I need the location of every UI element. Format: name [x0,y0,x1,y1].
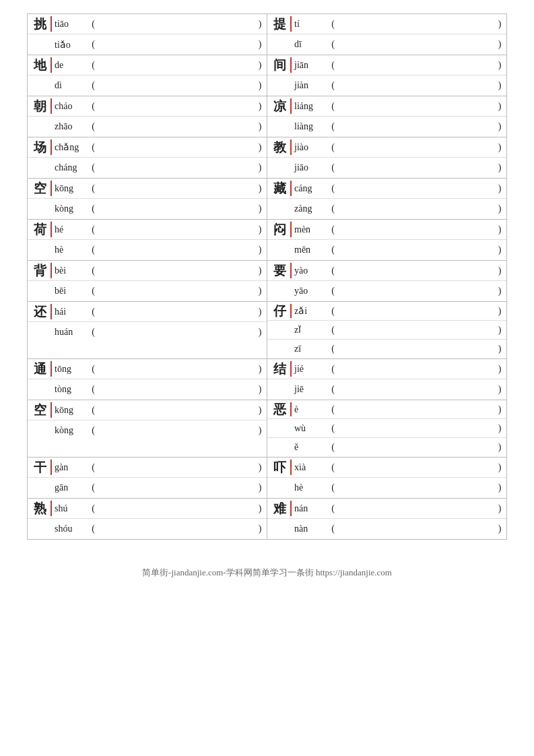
pinyin-text: jiān [292,55,328,75]
entry-row: tòng() [28,379,267,400]
entry-row: zhāo() [28,117,267,137]
close-paren: ) [253,240,267,260]
chinese-character: 通 [28,359,52,379]
open-paren: ( [88,519,98,539]
blank-space [338,158,493,178]
blank-space [98,400,253,420]
blank-space [98,55,253,75]
close-paren: ) [493,14,506,34]
entry-row: kòng() [28,420,267,441]
pinyin-text: jiē [292,379,328,400]
close-paren: ) [253,519,267,539]
close-paren: ) [253,179,267,198]
close-paren: ) [253,400,267,420]
chinese-character: 藏 [267,179,292,198]
entry-row: liàng() [267,117,506,137]
blank-space [338,359,493,379]
close-paren: ) [253,281,267,301]
blank-space [98,117,253,137]
character-entry-凉: 凉liáng()liàng() [267,96,507,137]
entry-row: 空kōng() [28,400,267,420]
close-paren: ) [493,458,506,477]
close-paren: ) [493,321,506,339]
blank-space [338,117,493,137]
character-entry-结: 结jié()jiē() [267,359,507,400]
blank-space [338,478,493,498]
entry-row: 荷hé() [28,220,267,240]
character-entry-荷: 荷hé()hè() [28,220,267,261]
pinyin-text: yāo [292,281,328,301]
open-paren: ( [88,322,98,342]
blank-space [338,519,493,539]
blank-space [338,199,493,219]
chinese-character: 挑 [28,14,52,34]
open-paren: ( [88,96,98,116]
chinese-character: 荷 [28,220,52,239]
blank-space [98,179,253,198]
open-paren: ( [88,499,98,518]
open-paren: ( [328,458,338,477]
close-paren: ) [493,75,506,96]
entry-row: 吓xià() [267,458,506,478]
blank-space [338,438,493,457]
blank-space [338,220,493,239]
close-paren: ) [493,302,506,320]
pinyin-text: mèn [292,220,328,239]
blank-space [98,75,253,96]
open-paren: ( [328,34,338,55]
entry-row: 挑tiāo() [28,14,267,34]
open-paren: ( [88,420,98,441]
pinyin-text: gàn [52,458,88,477]
blank-space [338,96,493,116]
character-entry-要: 要yào()yāo() [267,261,507,302]
blank-space [98,458,253,477]
blank-space [98,158,253,178]
blank-space [98,96,253,116]
close-paren: ) [253,55,267,75]
blank-space [338,179,493,198]
close-paren: ) [493,359,506,379]
entry-row: ě() [267,438,506,457]
blank-space [338,14,493,34]
pinyin-text: jiàn [292,75,328,96]
blank-space [338,75,493,96]
pinyin-text: tòng [52,379,88,400]
chinese-character: 熟 [28,499,52,518]
open-paren: ( [328,55,338,75]
blank-space [338,55,493,75]
blank-space [98,499,253,518]
open-paren: ( [328,359,338,379]
blank-space [338,302,493,320]
open-paren: ( [88,75,98,96]
pinyin-text: hè [52,240,88,260]
chinese-character: 间 [267,55,292,75]
blank-space [98,14,253,34]
blank-space [338,281,493,301]
pinyin-text: ě [292,438,328,457]
open-paren: ( [88,359,98,379]
chinese-character: 要 [267,261,292,280]
character-entry-空: 空kōng()kòng() [28,400,267,458]
character-entry-难: 难nán()nàn() [267,499,507,540]
blank-space [338,400,493,418]
pinyin-text: shóu [52,519,88,539]
close-paren: ) [493,400,506,418]
open-paren: ( [88,179,98,198]
entry-row: tiǎo() [28,34,267,55]
footer-text: 简单街-jiandanjie.com-学科网简单学习一条街 https://ji… [27,560,507,579]
close-paren: ) [253,34,267,55]
pinyin-text: zàng [292,199,328,219]
entry-row: yāo() [267,281,506,301]
character-entry-朝: 朝cháo()zhāo() [28,96,267,137]
open-paren: ( [88,458,98,477]
entry-row: zǐ() [267,321,506,340]
open-paren: ( [328,400,338,418]
character-entry-提: 提tí()dī() [267,14,507,55]
character-entry-藏: 藏cáng()zàng() [267,179,507,220]
blank-space [98,220,253,239]
pinyin-text: hè [292,478,328,498]
pinyin-text: liáng [292,96,328,116]
chinese-character: 空 [28,400,52,420]
pinyin-text: kōng [52,400,88,420]
blank-space [338,261,493,280]
